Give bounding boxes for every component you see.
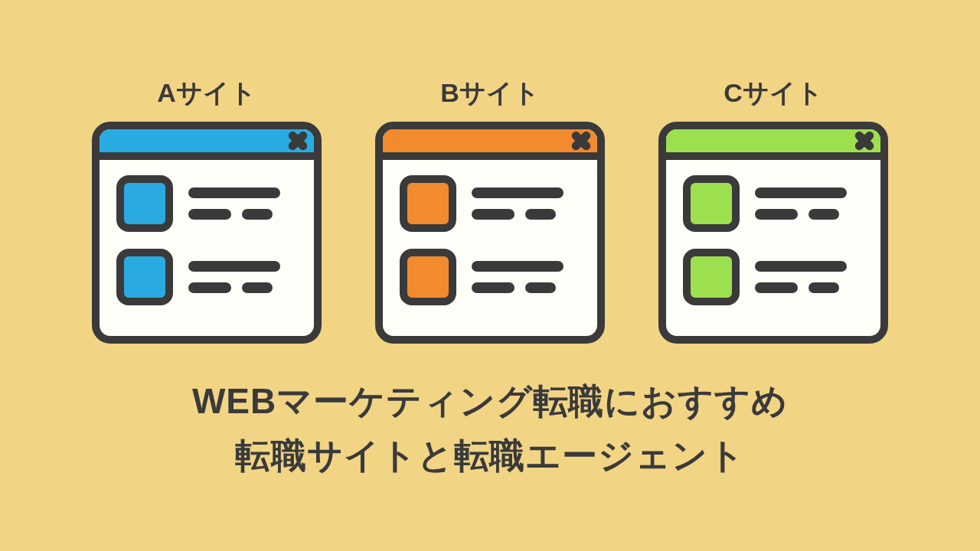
text-bar: [242, 282, 273, 293]
site-column-c: Cサイト: [658, 76, 888, 344]
text-lines: [755, 187, 864, 220]
text-lines: [188, 261, 297, 293]
site-column-b: Bサイト: [375, 76, 605, 344]
thumbnail-icon: [116, 175, 173, 232]
text-lines: [472, 261, 580, 293]
text-bar: [755, 261, 847, 272]
list-item: [400, 175, 580, 232]
text-bar: [755, 282, 798, 293]
text-bar: [242, 209, 273, 220]
window-content: [100, 160, 314, 318]
site-label-c: Cサイト: [724, 76, 823, 111]
list-item: [683, 175, 864, 232]
text-bar: [525, 209, 556, 220]
list-item: [400, 249, 580, 305]
thumbnail-icon: [116, 249, 173, 305]
text-bar: [472, 261, 564, 272]
text-bar: [188, 282, 231, 293]
text-lines: [472, 187, 580, 220]
text-bar: [755, 187, 847, 198]
text-bar: [808, 282, 839, 293]
text-bar: [755, 209, 798, 220]
site-label-a: Aサイト: [157, 76, 256, 111]
window-content: [666, 160, 880, 318]
caption-line-1: WEBマーケティング転職におすすめ: [192, 374, 788, 429]
site-window-c: [658, 122, 888, 344]
site-column-a: Aサイト: [92, 76, 322, 344]
thumbnail-icon: [683, 249, 740, 305]
text-bar: [472, 282, 514, 293]
text-lines: [755, 261, 864, 293]
window-titlebar: [383, 129, 597, 160]
close-icon: [854, 131, 874, 151]
site-label-b: Bサイト: [440, 76, 540, 111]
text-bar: [525, 282, 556, 293]
list-item: [116, 175, 297, 232]
list-item: [116, 249, 297, 305]
close-icon: [571, 131, 591, 151]
window-titlebar: [100, 129, 314, 160]
site-window-a: [92, 122, 322, 344]
text-lines: [188, 187, 297, 220]
text-bar: [472, 209, 514, 220]
caption: WEBマーケティング転職におすすめ 転職サイトと転職エージェント: [192, 374, 788, 484]
thumbnail-icon: [400, 175, 456, 232]
text-bar: [188, 187, 280, 198]
thumbnail-icon: [400, 249, 456, 305]
text-bar: [188, 209, 231, 220]
window-content: [383, 160, 597, 318]
close-icon: [288, 131, 308, 151]
list-item: [683, 249, 864, 305]
site-window-b: [375, 122, 605, 344]
text-bar: [808, 209, 839, 220]
thumbnail-icon: [683, 175, 740, 232]
text-bar: [188, 261, 280, 272]
window-titlebar: [666, 129, 880, 160]
text-bar: [472, 187, 564, 198]
sites-row: Aサイト: [92, 76, 888, 344]
caption-line-2: 転職サイトと転職エージェント: [192, 429, 788, 483]
